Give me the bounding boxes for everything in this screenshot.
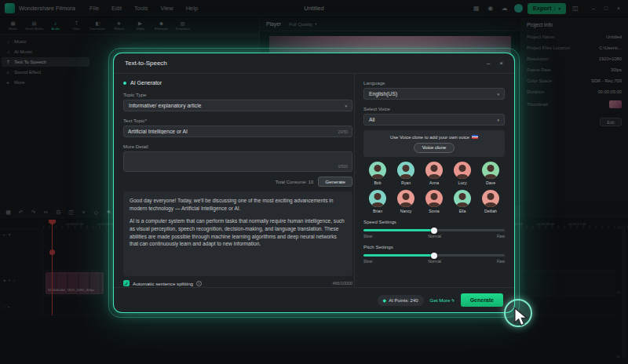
voice-avatar (454, 162, 471, 179)
speed-settings-label: Speed Settings (363, 219, 505, 224)
get-more-link[interactable]: Get More ϟ (430, 297, 455, 303)
voice-avatar (369, 190, 386, 207)
slider-tick-label: Normal (428, 259, 441, 264)
ai-points-label: AI Points: 240 (389, 298, 418, 303)
mouse-cursor (513, 308, 531, 329)
voice-name: Anna (429, 180, 439, 185)
topic-type-value: Informative/ explanatory article (129, 103, 202, 108)
info-icon[interactable] (196, 281, 202, 286)
auto-split-checkbox[interactable] (123, 280, 130, 286)
voice-clone-button[interactable]: Voice clone (414, 143, 455, 153)
chevron-down-icon: ▾ (497, 118, 499, 122)
voice-nancy[interactable]: Nancy (392, 190, 420, 213)
voice-clone-text: Use Voice clone to add your own voice (390, 135, 478, 140)
dialog-left-column: AI Generator Topic Type Informative/ exp… (123, 74, 352, 287)
dialog-column-divider (354, 74, 355, 287)
voice-avatar (425, 190, 443, 207)
text-topic-label: Text Topic* (123, 118, 352, 123)
dialog-title: Text-to-Speech (125, 60, 167, 67)
consume-row: Total Consume: 10 Generate (123, 177, 352, 187)
speed-slider[interactable] (363, 229, 505, 231)
ai-points-icon: ◆ (383, 297, 387, 303)
dialog-footer: ◆ AI Points: 240 Get More ϟ Generate (114, 287, 514, 312)
voice-name: Delilah (484, 209, 497, 213)
pitch-settings-label: Pitch Settings (363, 244, 505, 249)
language-value: English(US) (369, 91, 397, 96)
dialog-controls: – × (487, 60, 503, 67)
total-consume-label: Total Consume: 10 (276, 180, 313, 184)
chevron-down-icon: ▾ (345, 104, 347, 108)
voice-name: Nancy (400, 209, 412, 213)
voice-clone-banner: Use Voice clone to add your own voice Vo… (363, 130, 505, 157)
script-char-count: 466/10000 (333, 281, 352, 286)
voice-lucy[interactable]: Lucy (448, 162, 476, 185)
auto-split-label: Automatic sentence splitting (133, 281, 193, 286)
voice-avatar (425, 162, 443, 179)
slider-tick-label: Slow (363, 259, 372, 264)
topic-type-select[interactable]: Informative/ explanatory article ▾ (123, 100, 352, 111)
text-to-speech-dialog: Text-to-Speech – × AI Generator Topic Ty… (114, 53, 514, 312)
slider-tick-label: Slow (363, 234, 372, 238)
voice-name: Ella (459, 209, 466, 213)
dialog-header: Text-to-Speech – × (114, 53, 514, 74)
voice-avatar (482, 162, 499, 179)
text-topic-field-wrap: 29/50 (123, 126, 352, 137)
dialog-right-column: Language English(US) ▾ Select Voice All … (363, 74, 505, 287)
voice-name: Lucy (458, 180, 467, 185)
generate-speech-button[interactable]: Generate (461, 293, 503, 307)
voice-avatar (369, 162, 386, 179)
speed-slider-fill (363, 229, 434, 231)
voice-avatar (482, 190, 499, 207)
generated-script-box[interactable]: Good day everyone! Today, we'll be discu… (123, 191, 352, 276)
slider-tick-label: Fast (497, 234, 505, 238)
pitch-slider-fill (363, 254, 434, 257)
script-paragraph: Good day everyone! Today, we'll be discu… (130, 197, 346, 213)
voice-ryan[interactable]: Ryan (392, 162, 420, 185)
voice-avatar (397, 162, 414, 179)
voice-avatar (454, 190, 471, 207)
voice-name: Ryan (401, 180, 411, 185)
filmora-app: Wondershare Filmora FileEditToolsViewHel… (0, 0, 628, 364)
sentence-split-row: Automatic sentence splitting 466/10000 (123, 280, 352, 286)
voice-clone-text-label: Use Voice clone to add your own voice (390, 135, 469, 140)
voice-avatar (397, 190, 414, 207)
bullet-dot-icon (123, 82, 126, 85)
topic-type-label: Topic Type (123, 92, 352, 97)
chevron-down-icon: ▾ (497, 92, 499, 96)
voice-anna[interactable]: Anna (420, 162, 448, 185)
voice-name: Brian (373, 209, 382, 213)
lightning-icon: ϟ (451, 297, 454, 303)
voice-sonia[interactable]: Sonia (420, 190, 448, 213)
voice-name: Dave (486, 180, 495, 185)
script-paragraph: AI is a computer system that can perform… (130, 217, 346, 249)
voice-bob[interactable]: Bob (363, 162, 392, 185)
speed-slider-labels: SlowNormalFast (363, 234, 505, 238)
voice-brian[interactable]: Brian (363, 190, 392, 213)
voice-name: Bob (374, 180, 381, 185)
language-label: Language (363, 80, 505, 86)
speed-slider-handle[interactable] (431, 228, 437, 234)
ai-points-badge: ◆ AI Points: 240 (378, 295, 424, 306)
slider-tick-label: Normal (428, 234, 441, 238)
more-detail-label: More Detail (123, 144, 352, 149)
pitch-slider-handle[interactable] (431, 253, 437, 259)
voice-dave[interactable]: Dave (476, 162, 505, 185)
voice-ella[interactable]: Ella (448, 190, 476, 213)
ai-generator-label: AI Generator (130, 80, 162, 86)
slider-tick-label: Fast (497, 259, 505, 264)
more-detail-textarea[interactable] (127, 155, 349, 163)
voice-delilah[interactable]: Delilah (476, 190, 505, 213)
get-more-label: Get More (430, 297, 451, 303)
select-voice-label: Select Voice (363, 106, 505, 111)
minimize-icon[interactable]: – (487, 60, 490, 67)
more-detail-field-wrap: 0/500 (123, 151, 352, 172)
language-select[interactable]: English(US) ▾ (363, 88, 505, 100)
ai-generator-tab[interactable]: AI Generator (123, 80, 352, 86)
close-icon[interactable]: × (499, 60, 503, 67)
voice-filter-select[interactable]: All ▾ (363, 114, 505, 126)
pitch-slider[interactable] (363, 254, 505, 257)
text-topic-input[interactable] (128, 129, 334, 134)
voice-name: Sonia (429, 209, 439, 213)
generate-script-button[interactable]: Generate (318, 177, 352, 187)
voice-filter-value: All (369, 117, 375, 122)
